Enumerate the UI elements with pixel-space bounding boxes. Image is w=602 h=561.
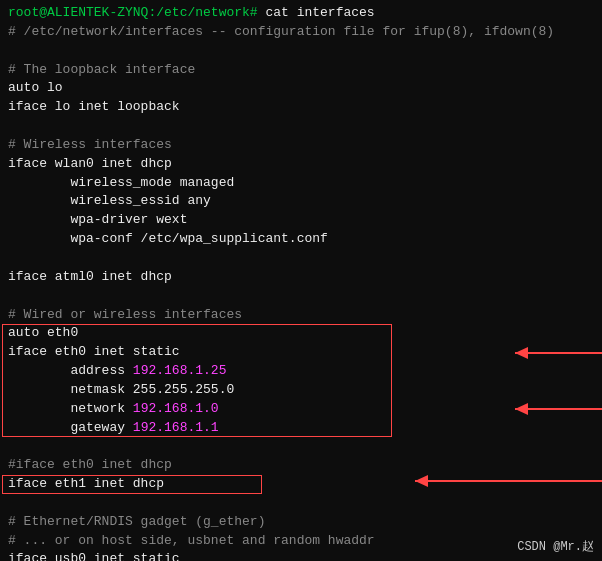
terminal-line-l29: # ... or on host side, usbnet and random… xyxy=(8,532,594,551)
terminal-line-l2: # /etc/network/interfaces -- configurati… xyxy=(8,23,594,42)
terminal-line-l24 xyxy=(8,437,594,456)
terminal-line-l5: auto lo xyxy=(8,79,594,98)
arrow-eth0-static xyxy=(360,342,520,364)
terminal-line-l11: wireless_essid any xyxy=(8,192,594,211)
terminal-line-l14 xyxy=(8,249,594,268)
terminal-line-l20: address 192.168.1.25 xyxy=(8,362,594,381)
terminal-line-l6: iface lo inet loopback xyxy=(8,98,594,117)
terminal-line-l9: iface wlan0 inet dhcp xyxy=(8,155,594,174)
terminal-line-l7 xyxy=(8,117,594,136)
terminal-line-l1: root@ALIENTEK-ZYNQ:/etc/network# cat int… xyxy=(8,4,594,23)
terminal-line-l4: # The loopback interface xyxy=(8,61,594,80)
terminal-line-l15: iface atml0 inet dhcp xyxy=(8,268,594,287)
terminal-line-l16 xyxy=(8,287,594,306)
terminal-line-l30: iface usb0 inet static xyxy=(8,550,594,561)
terminal-line-l23: gateway 192.168.1.1 xyxy=(8,419,594,438)
terminal-line-l8: # Wireless interfaces xyxy=(8,136,594,155)
arrow-eth1 xyxy=(260,470,420,510)
terminal-line-l12: wpa-driver wext xyxy=(8,211,594,230)
terminal-line-l10: wireless_mode managed xyxy=(8,174,594,193)
terminal-line-l21: netmask 255.255.255.0 xyxy=(8,381,594,400)
arrow-eth0-network xyxy=(360,398,520,420)
terminal-line-l18: auto eth0 xyxy=(8,324,594,343)
terminal-line-l28: # Ethernet/RNDIS gadget (g_ether) xyxy=(8,513,594,532)
terminal: root@ALIENTEK-ZYNQ:/etc/network# cat int… xyxy=(0,0,602,561)
terminal-line-l3 xyxy=(8,42,594,61)
terminal-line-l13: wpa-conf /etc/wpa_supplicant.conf xyxy=(8,230,594,249)
watermark: CSDN @Mr.赵 xyxy=(517,538,594,555)
terminal-line-l17: # Wired or wireless interfaces xyxy=(8,306,594,325)
